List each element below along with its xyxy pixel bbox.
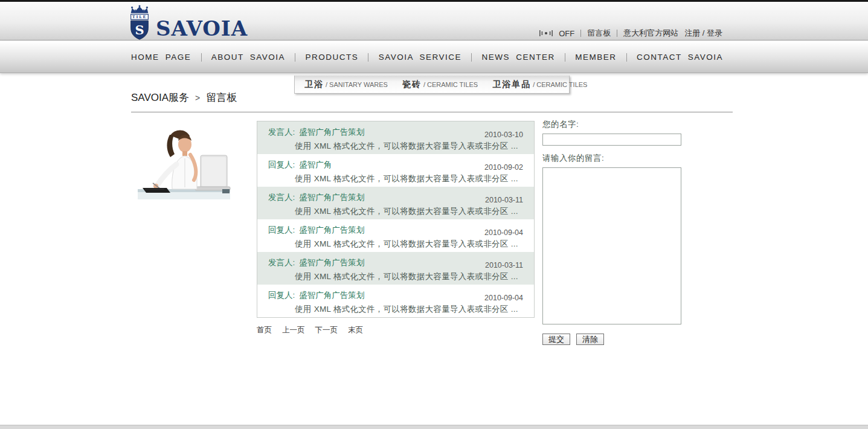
shield-banner-text: TILE: [132, 15, 147, 19]
message-excerpt: 使用 XML 格式化文件，可以将数据大容量导入表或非分区 ...: [295, 206, 534, 217]
divider: [368, 53, 368, 62]
main-nav: HOME PAGE ABOUT SAVOIA PRODUCTS SAVOIA S…: [0, 41, 868, 73]
message-role: 回复人:: [268, 225, 295, 234]
breadcrumb-current-page: 留言板: [206, 91, 237, 105]
divider: [626, 53, 627, 62]
pagination-last[interactable]: 末页: [348, 325, 363, 335]
nav-item-member[interactable]: MEMBER: [575, 53, 616, 62]
message-row: 回复人:盛智广角广告策划 2010-09-04 使用 XML 格式化文件，可以将…: [257, 285, 534, 317]
message-list: 发言人:盛智广角广告策划 2010-03-10 使用 XML 格式化文件，可以将…: [257, 121, 535, 318]
message-role: 回复人:: [268, 291, 295, 300]
message-date: 2010-09-04: [484, 228, 523, 237]
message-author[interactable]: 盛智广角广告策划: [299, 258, 364, 267]
brand-wordmark: SAVOIA: [156, 18, 248, 40]
breadcrumb-section[interactable]: SAVOIA服务: [131, 91, 189, 105]
breadcrumb: SAVOIA服务 > 留言板: [131, 91, 237, 105]
header: TILE S SAVOIA OFF 留言板 意大利官方网站 注册 /: [0, 2, 868, 40]
message-row: 回复人:盛智广角广告策划 2010-09-04 使用 XML 格式化文件，可以将…: [257, 219, 534, 252]
message-board-link[interactable]: 留言板: [587, 28, 611, 39]
footer-strip: [0, 425, 868, 429]
message-row: 发言人:盛智广角广告策划 2010-03-10 使用 XML 格式化文件，可以将…: [257, 121, 534, 154]
italy-official-site-link[interactable]: 意大利官方网站: [623, 28, 678, 39]
divider: [617, 30, 617, 37]
utility-bar: OFF 留言板 意大利官方网站 注册 / 登录: [539, 28, 722, 39]
sound-toggle[interactable]: OFF: [559, 29, 574, 38]
message-row: 发言人:盛智广角广告策划 2010-03-11 使用 XML 格式化文件，可以将…: [257, 187, 534, 219]
nav-item-products[interactable]: PRODUCTS: [305, 53, 358, 62]
nav-item-about-savoia[interactable]: ABOUT SAVOIA: [211, 53, 285, 62]
nav-item-home-page[interactable]: HOME PAGE: [131, 53, 191, 62]
nav-item-news-center[interactable]: NEWS CENTER: [481, 53, 555, 62]
register-login-link[interactable]: 注册 / 登录: [684, 28, 722, 39]
message-date: 2010-09-02: [484, 163, 523, 172]
message-date: 2010-09-04: [484, 294, 523, 302]
submenu-item-bath-items[interactable]: 卫浴单品/ CERAMIC TILES: [492, 79, 587, 90]
products-submenu: 卫浴/ SANITARY WARES 瓷砖/ CERAMIC TILES 卫浴单…: [294, 76, 570, 94]
message-author[interactable]: 盛智广角广告策划: [299, 127, 364, 137]
message-excerpt: 使用 XML 格式化文件，可以将数据大容量导入表或非分区 ...: [295, 173, 534, 184]
message-date: 2010-03-11: [485, 261, 523, 269]
message-role: 回复人:: [268, 160, 295, 169]
breadcrumb-separator: >: [195, 93, 200, 103]
name-label: 您的名字:: [542, 119, 681, 130]
nav-item-contact-savoia[interactable]: CONTACT SAVOIA: [637, 53, 723, 62]
message-role: 发言人:: [268, 258, 295, 267]
message-author[interactable]: 盛智广角广告策划: [299, 225, 364, 234]
message-role: 发言人:: [268, 193, 295, 202]
submenu-item-ceramic-tiles[interactable]: 瓷砖/ CERAMIC TILES: [402, 79, 478, 90]
message-excerpt: 使用 XML 格式化文件，可以将数据大容量导入表或非分区 ...: [295, 271, 534, 282]
message-excerpt: 使用 XML 格式化文件，可以将数据大容量导入表或非分区 ...: [295, 141, 534, 152]
pagination-next[interactable]: 下一页: [315, 325, 338, 335]
guestbook-form: 您的名字: 请输入你的留言: 提交 清除: [542, 119, 681, 345]
message-date: 2010-03-10: [484, 131, 523, 139]
message-excerpt: 使用 XML 格式化文件，可以将数据大容量导入表或非分区 ...: [295, 239, 534, 250]
message-author[interactable]: 盛智广角广告策划: [299, 291, 364, 300]
sound-icon[interactable]: [539, 30, 553, 37]
content-divider: [131, 112, 733, 112]
submit-button[interactable]: 提交: [542, 334, 570, 345]
pagination: 首页 上一页 下一页 末页: [257, 325, 363, 335]
name-input[interactable]: [542, 134, 681, 146]
message-textarea[interactable]: [542, 167, 681, 324]
shield-letter: S: [135, 22, 144, 37]
clear-button[interactable]: 清除: [576, 334, 604, 345]
shield-crown-icon: TILE S: [127, 5, 152, 40]
divider: [295, 53, 295, 62]
message-date: 2010-03-11: [485, 196, 523, 204]
page: TILE S SAVOIA OFF 留言板 意大利官方网站 注册 /: [0, 0, 868, 429]
message-row: 回复人:盛智广角 2010-09-02 使用 XML 格式化文件，可以将数据大容…: [257, 154, 534, 187]
message-excerpt: 使用 XML 格式化文件，可以将数据大容量导入表或非分区 ...: [295, 304, 534, 315]
form-buttons: 提交 清除: [542, 334, 681, 345]
nav-item-savoia-service[interactable]: SAVOIA SERVICE: [379, 53, 461, 62]
divider: [201, 53, 202, 62]
message-row: 发言人:盛智广角广告策划 2010-03-11 使用 XML 格式化文件，可以将…: [257, 252, 534, 285]
divider: [471, 53, 472, 62]
divider: [565, 53, 565, 62]
pagination-prev[interactable]: 上一页: [282, 325, 305, 335]
brand-logo[interactable]: TILE S SAVOIA: [127, 5, 248, 40]
message-role: 发言人:: [268, 127, 295, 137]
submenu-item-sanitary-wares[interactable]: 卫浴/ SANITARY WARES: [304, 79, 388, 90]
message-label: 请输入你的留言:: [542, 153, 681, 164]
pagination-first[interactable]: 首页: [257, 325, 272, 335]
message-author[interactable]: 盛智广角广告策划: [299, 193, 364, 202]
divider: [580, 30, 581, 37]
message-author[interactable]: 盛智广角: [299, 160, 332, 169]
woman-at-laptop-photo: [134, 127, 234, 203]
